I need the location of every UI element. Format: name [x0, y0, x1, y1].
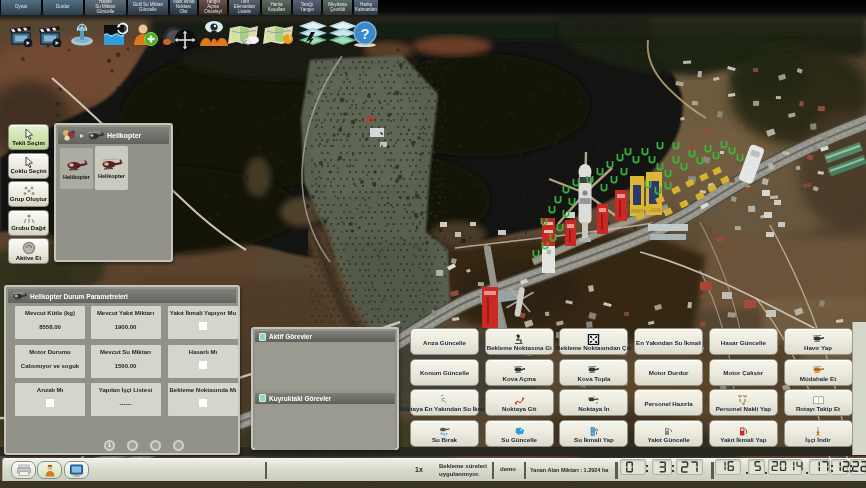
- svg-text:?: ?: [360, 25, 369, 42]
